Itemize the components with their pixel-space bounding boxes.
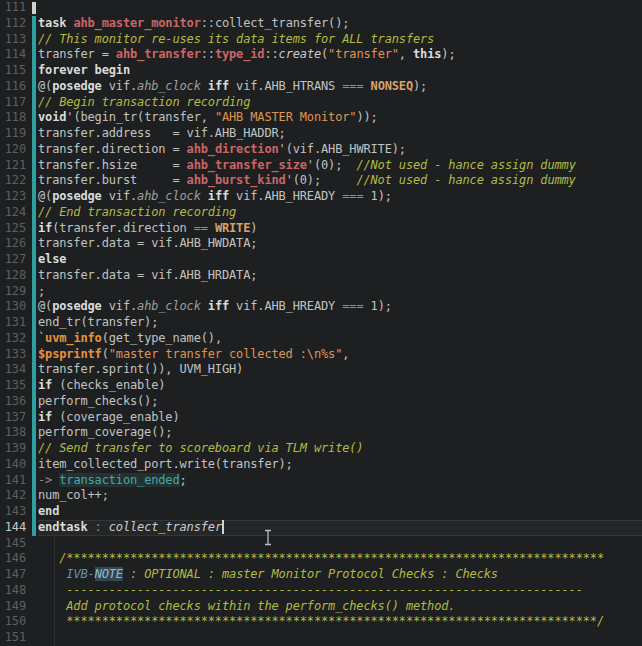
- line-number[interactable]: 125: [5, 221, 26, 237]
- gutter[interactable]: 147: [0, 567, 38, 583]
- gutter[interactable]: 119: [0, 126, 38, 142]
- code-line[interactable]: 137if (coverage_enable): [0, 410, 642, 426]
- code-line[interactable]: 120transfer.direction = ahb_direction'(v…: [0, 142, 642, 158]
- code-line[interactable]: 144endtask : collect_transfer: [0, 520, 642, 536]
- gutter[interactable]: 125: [0, 221, 38, 237]
- code-line[interactable]: 146 /***********************************…: [0, 551, 642, 567]
- code-line[interactable]: 134transfer.sprint()), UVM_HIGH): [0, 362, 642, 378]
- line-number[interactable]: 119: [5, 126, 26, 142]
- line-number[interactable]: 134: [5, 362, 26, 378]
- code-line[interactable]: 145: [0, 536, 642, 552]
- line-number[interactable]: 143: [5, 504, 26, 520]
- gutter[interactable]: 144: [0, 520, 38, 536]
- gutter[interactable]: 136: [0, 394, 38, 410]
- code-line[interactable]: 119transfer.address = vif.AHB_HADDR;: [0, 126, 642, 142]
- gutter[interactable]: 131: [0, 315, 38, 331]
- gutter[interactable]: 150: [0, 614, 38, 630]
- gutter[interactable]: 120: [0, 142, 38, 158]
- line-number[interactable]: 136: [5, 394, 26, 410]
- line-number[interactable]: 121: [5, 158, 26, 174]
- gutter[interactable]: 142: [0, 488, 38, 504]
- line-number[interactable]: 146: [5, 551, 26, 567]
- line-number[interactable]: 115: [5, 63, 26, 79]
- code-line[interactable]: 122transfer.burst = ahb_burst_kind'(0); …: [0, 173, 642, 189]
- line-number[interactable]: 144: [5, 520, 26, 536]
- gutter[interactable]: 114: [0, 47, 38, 63]
- code-line[interactable]: 148 ------------------------------------…: [0, 583, 642, 599]
- code-line[interactable]: 113// This monitor re-uses its data item…: [0, 32, 642, 48]
- code-line[interactable]: 142num_col++;: [0, 488, 642, 504]
- line-number[interactable]: 124: [5, 205, 26, 221]
- gutter[interactable]: 116: [0, 79, 38, 95]
- gutter[interactable]: 118: [0, 110, 38, 126]
- line-number[interactable]: 123: [5, 189, 26, 205]
- gutter[interactable]: 138: [0, 425, 38, 441]
- line-number[interactable]: 142: [5, 488, 26, 504]
- gutter[interactable]: 128: [0, 268, 38, 284]
- code-line[interactable]: 114transfer = ahb_transfer::type_id::cre…: [0, 47, 642, 63]
- code-line[interactable]: 141-> transaction_ended;: [0, 473, 642, 489]
- line-number[interactable]: 149: [5, 599, 26, 615]
- code-line[interactable]: 140item_collected_port.write(transfer);: [0, 457, 642, 473]
- line-number[interactable]: 111: [5, 0, 26, 16]
- code-line[interactable]: 125if(transfer.direction == WRITE): [0, 221, 642, 237]
- code-line[interactable]: 150 ************************************…: [0, 614, 642, 630]
- line-number[interactable]: 117: [5, 95, 26, 111]
- gutter[interactable]: 148: [0, 583, 38, 599]
- gutter[interactable]: 122: [0, 173, 38, 189]
- line-number[interactable]: 147: [5, 567, 26, 583]
- code-line[interactable]: 117// Begin transaction recording: [0, 95, 642, 111]
- gutter[interactable]: 113: [0, 32, 38, 48]
- line-number[interactable]: 120: [5, 142, 26, 158]
- gutter[interactable]: 115: [0, 63, 38, 79]
- line-number[interactable]: 150: [5, 614, 26, 630]
- gutter[interactable]: 124: [0, 205, 38, 221]
- gutter[interactable]: 143: [0, 504, 38, 520]
- line-number[interactable]: 113: [5, 32, 26, 48]
- gutter[interactable]: 129: [0, 284, 38, 300]
- gutter[interactable]: 141: [0, 473, 38, 489]
- code-line[interactable]: 149 Add protocol checks within the perfo…: [0, 599, 642, 615]
- code-line[interactable]: 132`uvm_info(get_type_name(),: [0, 331, 642, 347]
- line-number[interactable]: 128: [5, 268, 26, 284]
- code-line[interactable]: 111: [0, 0, 642, 16]
- code-line[interactable]: 128transfer.data = vif.AHB_HRDATA;: [0, 268, 642, 284]
- code-line[interactable]: 130@(posedge vif.ahb_clock iff vif.AHB_H…: [0, 299, 642, 315]
- line-number[interactable]: 145: [5, 536, 26, 552]
- code-line[interactable]: 138perform_coverage();: [0, 425, 642, 441]
- code-line[interactable]: 133$psprintf("master transfer collected …: [0, 347, 642, 363]
- code-line[interactable]: 121transfer.hsize = ahb_transfer_size'(0…: [0, 158, 642, 174]
- line-number[interactable]: 130: [5, 299, 26, 315]
- gutter[interactable]: 134: [0, 362, 38, 378]
- line-number[interactable]: 114: [5, 47, 26, 63]
- code-line[interactable]: 127else: [0, 252, 642, 268]
- line-number[interactable]: 135: [5, 378, 26, 394]
- line-number[interactable]: 151: [5, 630, 26, 646]
- code-line[interactable]: 112task ahb_master_monitor::collect_tran…: [0, 16, 642, 32]
- gutter[interactable]: 137: [0, 410, 38, 426]
- line-number[interactable]: 139: [5, 441, 26, 457]
- code-line[interactable]: 116@(posedge vif.ahb_clock iff vif.AHB_H…: [0, 79, 642, 95]
- line-number[interactable]: 141: [5, 473, 26, 489]
- code-line[interactable]: 136perform_checks();: [0, 394, 642, 410]
- gutter[interactable]: 127: [0, 252, 38, 268]
- gutter[interactable]: 112: [0, 16, 38, 32]
- gutter[interactable]: 151: [0, 630, 38, 646]
- gutter[interactable]: 126: [0, 236, 38, 252]
- code-line[interactable]: 129;: [0, 284, 642, 300]
- gutter[interactable]: 132: [0, 331, 38, 347]
- gutter[interactable]: 135: [0, 378, 38, 394]
- line-number[interactable]: 116: [5, 79, 26, 95]
- gutter[interactable]: 140: [0, 457, 38, 473]
- line-number[interactable]: 126: [5, 236, 26, 252]
- gutter[interactable]: 145: [0, 536, 38, 552]
- line-number[interactable]: 140: [5, 457, 26, 473]
- code-line[interactable]: 151: [0, 630, 642, 646]
- line-number[interactable]: 129: [5, 284, 26, 300]
- gutter[interactable]: 133: [0, 347, 38, 363]
- gutter[interactable]: 149: [0, 599, 38, 615]
- line-number[interactable]: 118: [5, 110, 26, 126]
- gutter[interactable]: 111: [0, 0, 38, 16]
- code-line[interactable]: 118void'(begin_tr(transfer, "AHB MASTER …: [0, 110, 642, 126]
- code-line[interactable]: 124// End transaction recording: [0, 205, 642, 221]
